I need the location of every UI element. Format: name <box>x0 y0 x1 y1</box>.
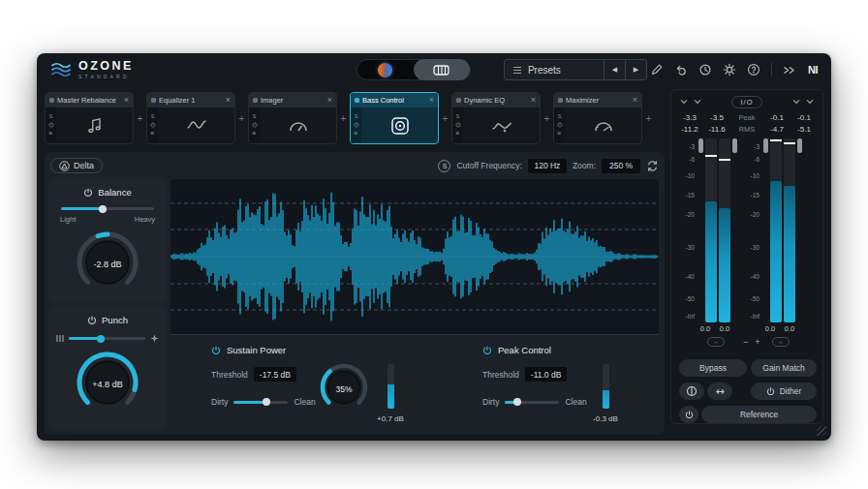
power-icon[interactable] <box>252 122 258 128</box>
chevron-down-icon[interactable] <box>679 98 689 106</box>
module-tab-dynamic-eq[interactable]: Dynamic EQ× S≡ <box>451 92 541 144</box>
cutoff-solo-button[interactable]: S <box>438 160 450 172</box>
chevron-down-icon[interactable] <box>693 98 702 106</box>
history-icon[interactable] <box>698 63 712 76</box>
solo-icon[interactable]: S <box>49 114 53 120</box>
input-gain-handle-left[interactable] <box>698 138 703 153</box>
peak-slider-handle[interactable] <box>513 398 521 406</box>
sustain-threshold-value[interactable]: -17.5 dB <box>254 367 296 382</box>
detail-view-segment[interactable] <box>414 59 470 80</box>
balance-slider[interactable] <box>61 207 154 210</box>
punch-tone-slider[interactable] <box>69 337 145 340</box>
solo-icon[interactable]: S <box>151 114 155 120</box>
output-meter-group: -3-6 -10-15 -20-30 -40-50 -Inf <box>746 138 803 322</box>
power-icon[interactable] <box>455 122 461 128</box>
zoom-value[interactable]: 250 % <box>602 159 640 173</box>
window-resize-grip[interactable] <box>817 426 826 436</box>
output-channel-link-icon[interactable]: ↔ <box>772 337 790 347</box>
sustain-power-power-icon[interactable] <box>211 346 221 355</box>
close-icon[interactable]: × <box>429 96 434 105</box>
module-chip <box>558 98 563 103</box>
stereo-mode-button[interactable] <box>679 382 704 400</box>
peak-threshold-value[interactable]: -11.0 dB <box>525 367 568 382</box>
solo-icon[interactable]: S <box>456 114 460 120</box>
sustain-amount-knob[interactable]: 35% <box>318 361 370 417</box>
output-gain-left[interactable]: 0.0 <box>763 324 777 333</box>
chevron-down-icon[interactable] <box>791 98 801 106</box>
close-icon[interactable]: × <box>633 96 637 105</box>
balance-slider-handle[interactable] <box>99 205 107 213</box>
module-tab-equalizer[interactable]: Equalizer 1× S≡ <box>146 92 235 144</box>
punch-knob[interactable]: +4.8 dB <box>74 349 141 420</box>
close-icon[interactable]: × <box>327 96 332 105</box>
assistant-segment[interactable] <box>357 63 414 77</box>
gear-icon[interactable] <box>723 63 736 76</box>
input-channel-link-icon[interactable]: ↔ <box>707 337 725 347</box>
module-tab-imager[interactable]: Imager× S≡ <box>248 92 337 144</box>
punch-power-icon[interactable] <box>87 316 97 325</box>
sustain-slider-handle[interactable] <box>263 398 270 406</box>
eq-curve-icon <box>186 116 207 136</box>
solo-icon[interactable]: S <box>253 114 257 120</box>
width-button[interactable] <box>707 382 732 400</box>
undo-icon[interactable] <box>674 63 688 76</box>
balance-power-icon[interactable] <box>83 188 93 198</box>
bypass-button[interactable]: Bypass <box>679 359 747 377</box>
menu-icon[interactable]: ≡ <box>253 131 257 138</box>
resize-window-icon[interactable] <box>783 64 797 76</box>
pencil-icon[interactable] <box>650 63 664 76</box>
add-module-button[interactable]: + <box>541 113 553 124</box>
input-gain-handle-right[interactable] <box>732 138 737 153</box>
preset-prev-button[interactable]: ◀ <box>604 60 625 79</box>
menu-icon[interactable]: ≡ <box>49 131 53 138</box>
close-icon[interactable]: × <box>124 96 129 105</box>
output-gain-right[interactable]: 0.0 <box>783 324 796 333</box>
power-icon[interactable] <box>48 122 54 128</box>
sustain-tone-slider[interactable] <box>233 401 288 404</box>
reference-button[interactable]: Reference <box>701 406 817 423</box>
close-icon[interactable]: × <box>531 96 536 105</box>
cutoff-frequency-value[interactable]: 120 Hz <box>528 159 567 173</box>
close-icon[interactable]: × <box>226 96 231 105</box>
add-module-button[interactable]: + <box>235 113 248 124</box>
preset-next-button[interactable]: ▶ <box>625 60 646 79</box>
gain-match-button[interactable]: Gain Match <box>751 359 817 377</box>
solo-icon[interactable]: S <box>558 114 562 120</box>
input-gain-right[interactable]: 0.0 <box>718 324 731 333</box>
add-module-button[interactable]: + <box>134 113 146 124</box>
balance-knob[interactable]: -2.8 dB <box>74 229 141 300</box>
help-icon[interactable] <box>747 63 760 76</box>
peak-control-power-icon[interactable] <box>482 346 492 355</box>
output-gain-handle-left[interactable] <box>763 138 768 153</box>
module-tab-bass-control[interactable]: Bass Control× S≡ <box>350 92 439 144</box>
peak-tone-slider[interactable] <box>505 401 559 404</box>
module-tab-master-rebalance[interactable]: Master Rebalance× S≡ <box>45 92 134 144</box>
add-module-button[interactable]: + <box>337 113 350 124</box>
module-tab-maximizer[interactable]: Maximizer× S≡ <box>553 92 642 144</box>
dither-power-icon[interactable] <box>766 387 775 396</box>
power-icon[interactable] <box>557 122 563 128</box>
loop-refresh-icon[interactable] <box>646 160 659 172</box>
input-gain-left[interactable]: 0.0 <box>698 324 712 333</box>
brand-edition: STANDARD <box>78 75 134 79</box>
punch-slider-handle[interactable] <box>97 335 105 343</box>
output-gain-handle-right[interactable] <box>797 138 802 153</box>
chevron-down-icon[interactable] <box>805 98 815 106</box>
assistant-view-toggle[interactable] <box>356 59 471 80</box>
power-icon[interactable] <box>150 122 156 128</box>
menu-icon[interactable]: ≡ <box>558 131 562 138</box>
menu-icon[interactable]: ≡ <box>151 131 155 138</box>
menu-icon[interactable]: ≡ <box>355 131 358 138</box>
gain-increment-button[interactable]: + <box>755 337 760 347</box>
delta-button[interactable]: Delta <box>50 158 103 173</box>
io-mode-button[interactable]: I/O <box>731 96 761 108</box>
menu-icon[interactable]: ≡ <box>456 131 460 138</box>
reference-power-button[interactable] <box>679 406 698 423</box>
add-module-button[interactable]: + <box>439 113 451 124</box>
power-icon[interactable] <box>354 122 359 128</box>
dither-button[interactable]: Dither <box>751 382 817 400</box>
gain-decrement-button[interactable]: − <box>743 337 748 347</box>
add-module-button[interactable]: + <box>642 113 655 124</box>
solo-icon[interactable]: S <box>355 114 358 120</box>
presets-menu-button[interactable]: Presets <box>505 60 604 79</box>
